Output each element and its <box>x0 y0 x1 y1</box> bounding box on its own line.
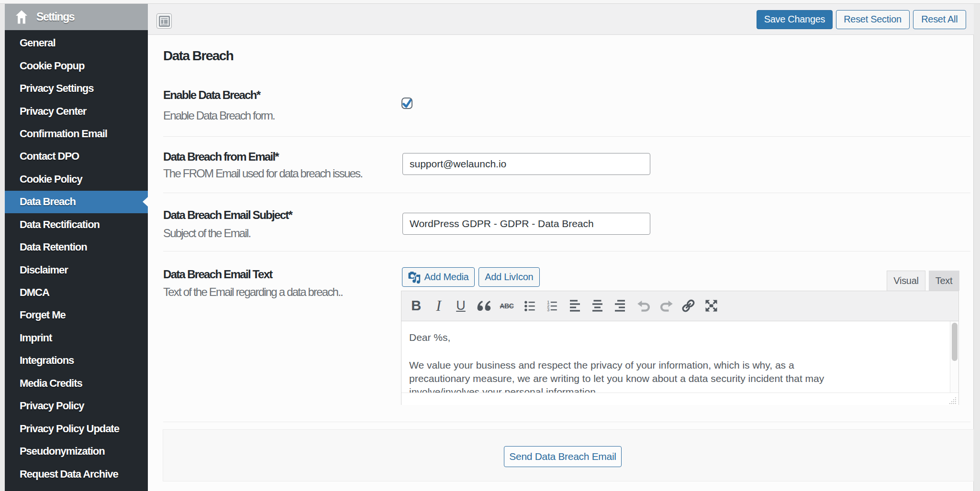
svg-text:3: 3 <box>547 307 549 311</box>
